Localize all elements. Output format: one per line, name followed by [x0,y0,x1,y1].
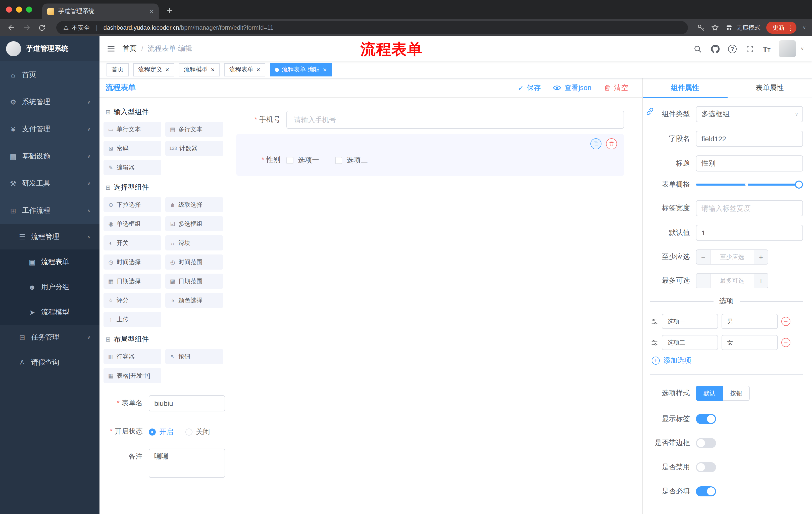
component-switch[interactable]: ◐开关 [104,235,161,250]
browser-tab[interactable]: 芋道管理系统 [42,3,159,19]
status-off-radio[interactable]: 关闭 [185,428,210,437]
gender-field-selected[interactable]: 性别 选项一 选项二 [236,134,624,176]
option-2-value-input[interactable] [722,335,778,350]
close-icon[interactable] [211,66,214,74]
component-upload[interactable]: ↑上传 [104,312,161,327]
title-input[interactable] [696,155,803,171]
gender-field[interactable]: 性别 选项一 选项二 [236,155,617,165]
tab-component-props[interactable]: 组件属性 [643,78,727,98]
sidebar-item-workflow[interactable]: ⊞ 工作流程 [0,197,99,224]
status-on-radio[interactable]: 开启 [149,428,173,437]
browser-update-button[interactable]: 更新 [766,22,797,34]
grid-slider[interactable] [696,184,799,186]
breadcrumb-home[interactable]: 首页 [123,44,137,53]
option-2-label-input[interactable] [662,335,718,350]
style-default-button[interactable]: 默认 [696,386,723,401]
close-window-button[interactable] [6,6,12,12]
form-name-input[interactable] [149,395,225,411]
avatar-caret-icon[interactable] [801,46,804,51]
search-icon[interactable] [693,44,702,53]
sidebar-item-process-model[interactable]: ➤ 流程模型 [0,300,99,325]
delete-component-button[interactable] [606,138,617,150]
component-time-range[interactable]: ◴时间范围 [165,254,223,270]
tag-process-form[interactable]: 流程表单 [224,63,265,76]
component-date-range[interactable]: ▩日期范围 [165,274,223,289]
sidebar-item-task-mgmt[interactable]: ⊟ 任务管理 [0,325,99,350]
address-bar[interactable]: ⚠ 不安全 | dashboard.yudao.iocoder.cn/bpm/m… [56,21,688,34]
tag-process-definition[interactable]: 流程定义 [133,63,174,76]
remove-option-button[interactable] [781,338,790,347]
component-single-text[interactable]: ▭单行文本 [104,122,161,137]
component-slider[interactable]: ↔滑块 [165,235,223,250]
sidebar-item-process-form[interactable]: ▣ 流程表单 [0,249,99,275]
browser-menu-icon[interactable] [787,24,794,31]
component-cascader[interactable]: ⋔级联选择 [165,197,223,212]
increase-button[interactable] [754,250,768,264]
remove-option-button[interactable] [781,317,790,326]
gender-option-1-checkbox[interactable]: 选项一 [286,156,319,165]
disabled-toggle[interactable] [696,462,716,472]
user-avatar[interactable] [779,40,796,57]
close-icon[interactable] [323,66,327,74]
component-dropdown[interactable]: ⊙下拉选择 [104,197,161,212]
component-multi-text[interactable]: ▤多行文本 [165,122,223,137]
phone-field[interactable]: 手机号 [236,111,624,129]
zoom-window-button[interactable] [26,6,32,12]
github-icon[interactable] [710,44,720,53]
close-icon[interactable] [165,66,169,74]
copy-component-button[interactable] [590,138,602,150]
min-select-input[interactable] [710,250,754,264]
component-radio-group[interactable]: ◉单选框组 [104,216,161,231]
component-editor[interactable]: ✎编辑器 [104,160,161,175]
field-name-input[interactable] [696,131,803,147]
minimize-window-button[interactable] [16,6,22,12]
tag-home[interactable]: 首页 [107,63,128,76]
phone-input[interactable] [286,111,624,129]
option-1-label-input[interactable] [662,314,718,329]
add-option-button[interactable]: 添加选项 [650,356,803,365]
sidebar-item-payment-mgmt[interactable]: ¥ 支付管理 [0,116,99,143]
view-json-button[interactable]: 查看json [553,83,591,92]
drag-handle-icon[interactable] [651,318,658,325]
component-counter[interactable]: 123计数器 [165,141,223,156]
border-toggle[interactable] [696,438,716,448]
sidebar-item-leave-query[interactable]: ♙ 请假查询 [0,350,99,375]
gender-option-2-checkbox[interactable]: 选项二 [335,156,368,165]
sidebar-item-user-group[interactable]: ☻ 用户分组 [0,275,99,300]
decrease-button[interactable] [696,250,710,264]
drag-handle-icon[interactable] [651,339,658,346]
component-time-picker[interactable]: ◷时间选择 [104,254,161,270]
component-type-select[interactable]: 多选框组 [696,106,803,122]
sidebar-item-dev-tools[interactable]: ⚒ 研发工具 [0,170,99,197]
toolbar-chevron-icon[interactable] [803,25,806,30]
tag-process-form-edit[interactable]: 流程表单-编辑 [270,63,332,76]
sidebar-item-process-mgmt[interactable]: ☰ 流程管理 [0,224,99,249]
form-canvas[interactable]: 手机号 [230,98,642,514]
sidebar-logo[interactable]: 芋道管理系统 [0,36,99,61]
clear-button[interactable]: 清空 [604,83,628,92]
help-icon[interactable]: ? [728,45,736,53]
component-password[interactable]: ⊠密码 [104,141,161,156]
reload-icon[interactable] [36,22,47,33]
link-icon[interactable] [644,106,655,117]
max-select-input[interactable] [710,274,754,288]
component-date-picker[interactable]: ▦日期选择 [104,274,161,289]
new-tab-button[interactable] [167,5,172,16]
sidebar-item-home[interactable]: ⌂ 首页 [0,61,99,88]
tab-form-props[interactable]: 表单属性 [727,78,812,98]
component-row-container[interactable]: ▥行容器 [104,349,161,364]
required-toggle[interactable] [696,486,716,496]
close-icon[interactable] [256,66,260,74]
sidebar-item-system-mgmt[interactable]: ⚙ 系统管理 [0,88,99,116]
decrease-button[interactable] [696,274,710,288]
style-button-button[interactable]: 按钮 [723,386,750,401]
tag-process-model[interactable]: 流程模型 [179,63,220,76]
component-checkbox-group[interactable]: ☑多选框组 [165,216,223,231]
option-1-value-input[interactable] [722,314,778,329]
increase-button[interactable] [754,274,768,288]
show-label-toggle[interactable] [696,414,716,424]
component-rate[interactable]: ☆评分 [104,293,161,308]
remark-textarea[interactable]: 嘿嘿 [149,449,225,478]
component-table[interactable]: ▦表格[开发中] [104,368,161,383]
label-width-input[interactable] [696,200,803,216]
